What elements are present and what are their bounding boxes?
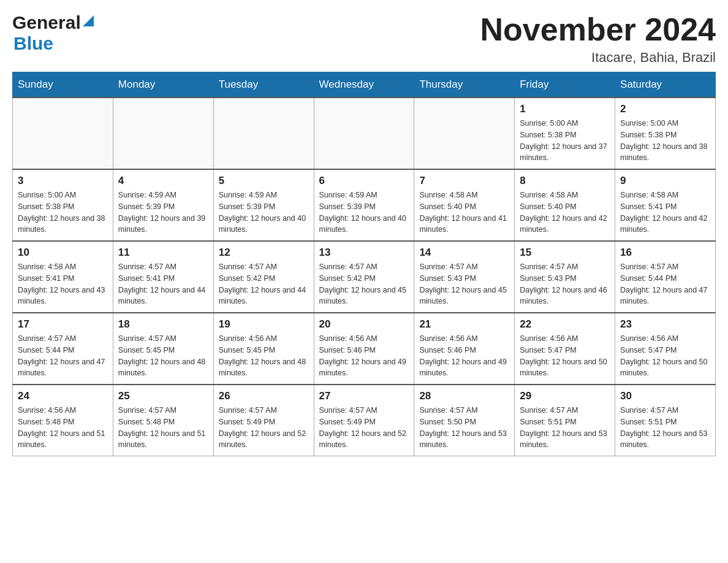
column-header-monday: Monday [113, 72, 213, 98]
calendar-cell: 8Sunrise: 4:58 AMSunset: 5:40 PMDaylight… [515, 169, 615, 241]
day-number: 28 [419, 390, 509, 402]
calendar-week-2: 3Sunrise: 5:00 AMSunset: 5:38 PMDaylight… [13, 169, 716, 241]
day-number: 18 [118, 318, 208, 331]
calendar-cell [113, 98, 213, 169]
day-number: 25 [118, 390, 208, 402]
day-number: 10 [18, 247, 108, 259]
day-number: 17 [18, 318, 108, 331]
day-number: 15 [520, 247, 610, 259]
day-number: 29 [520, 390, 610, 402]
day-number: 6 [319, 175, 409, 187]
calendar-cell: 12Sunrise: 4:57 AMSunset: 5:42 PMDayligh… [213, 241, 314, 313]
day-info: Sunrise: 4:57 AMSunset: 5:44 PMDaylight:… [620, 261, 710, 307]
day-info: Sunrise: 5:00 AMSunset: 5:38 PMDaylight:… [620, 118, 710, 164]
day-info: Sunrise: 4:57 AMSunset: 5:42 PMDaylight:… [319, 261, 409, 307]
calendar-cell: 13Sunrise: 4:57 AMSunset: 5:42 PMDayligh… [314, 241, 414, 313]
title-block: November 2024 Itacare, Bahia, Brazil [480, 12, 716, 66]
day-info: Sunrise: 4:57 AMSunset: 5:49 PMDaylight:… [219, 405, 309, 451]
calendar-week-1: 1Sunrise: 5:00 AMSunset: 5:38 PMDaylight… [13, 98, 716, 169]
calendar-table: SundayMondayTuesdayWednesdayThursdayFrid… [12, 72, 716, 456]
logo-blue-text: Blue [13, 33, 53, 53]
calendar-cell: 3Sunrise: 5:00 AMSunset: 5:38 PMDaylight… [13, 169, 113, 241]
calendar-week-5: 24Sunrise: 4:56 AMSunset: 5:48 PMDayligh… [13, 385, 716, 456]
day-number: 24 [18, 390, 108, 402]
column-header-tuesday: Tuesday [213, 72, 314, 98]
day-info: Sunrise: 4:58 AMSunset: 5:40 PMDaylight:… [419, 190, 509, 236]
day-info: Sunrise: 4:57 AMSunset: 5:42 PMDaylight:… [219, 261, 309, 307]
day-info: Sunrise: 4:58 AMSunset: 5:41 PMDaylight:… [620, 190, 710, 236]
day-number: 13 [319, 247, 409, 259]
day-info: Sunrise: 4:57 AMSunset: 5:48 PMDaylight:… [118, 405, 208, 451]
logo-triangle-icon [83, 15, 94, 26]
calendar-cell: 7Sunrise: 4:58 AMSunset: 5:40 PMDaylight… [414, 169, 515, 241]
calendar-cell: 14Sunrise: 4:57 AMSunset: 5:43 PMDayligh… [414, 241, 515, 313]
calendar-cell: 26Sunrise: 4:57 AMSunset: 5:49 PMDayligh… [213, 385, 314, 456]
calendar-cell: 27Sunrise: 4:57 AMSunset: 5:49 PMDayligh… [314, 385, 414, 456]
calendar-header-row: SundayMondayTuesdayWednesdayThursdayFrid… [13, 72, 716, 98]
day-info: Sunrise: 4:57 AMSunset: 5:43 PMDaylight:… [419, 261, 509, 307]
column-header-thursday: Thursday [414, 72, 515, 98]
location-subtitle: Itacare, Bahia, Brazil [480, 50, 716, 66]
logo: General Blue [12, 12, 94, 54]
day-info: Sunrise: 4:57 AMSunset: 5:45 PMDaylight:… [118, 333, 208, 379]
day-number: 11 [118, 247, 208, 259]
calendar-cell: 25Sunrise: 4:57 AMSunset: 5:48 PMDayligh… [113, 385, 213, 456]
calendar-cell: 15Sunrise: 4:57 AMSunset: 5:43 PMDayligh… [515, 241, 615, 313]
calendar-cell [213, 98, 314, 169]
day-number: 5 [219, 175, 309, 187]
calendar-cell [414, 98, 515, 169]
day-info: Sunrise: 4:57 AMSunset: 5:44 PMDaylight:… [18, 333, 108, 379]
day-number: 4 [118, 175, 208, 187]
page-header: General Blue November 2024 Itacare, Bahi… [12, 12, 716, 66]
calendar-cell: 21Sunrise: 4:56 AMSunset: 5:46 PMDayligh… [414, 313, 515, 385]
column-header-sunday: Sunday [13, 72, 113, 98]
day-info: Sunrise: 4:56 AMSunset: 5:46 PMDaylight:… [319, 333, 409, 379]
day-number: 23 [620, 318, 710, 331]
calendar-cell: 2Sunrise: 5:00 AMSunset: 5:38 PMDaylight… [615, 98, 716, 169]
calendar-cell: 24Sunrise: 4:56 AMSunset: 5:48 PMDayligh… [13, 385, 113, 456]
day-number: 19 [219, 318, 309, 331]
month-title: November 2024 [480, 12, 716, 47]
calendar-cell: 22Sunrise: 4:56 AMSunset: 5:47 PMDayligh… [515, 313, 615, 385]
day-info: Sunrise: 4:57 AMSunset: 5:43 PMDaylight:… [520, 261, 610, 307]
day-info: Sunrise: 4:56 AMSunset: 5:46 PMDaylight:… [419, 333, 509, 379]
day-info: Sunrise: 4:59 AMSunset: 5:39 PMDaylight:… [118, 190, 208, 236]
calendar-cell: 4Sunrise: 4:59 AMSunset: 5:39 PMDaylight… [113, 169, 213, 241]
day-number: 8 [520, 175, 610, 187]
day-info: Sunrise: 4:57 AMSunset: 5:49 PMDaylight:… [319, 405, 409, 451]
column-header-friday: Friday [515, 72, 615, 98]
day-number: 12 [219, 247, 309, 259]
day-number: 7 [419, 175, 509, 187]
day-info: Sunrise: 4:57 AMSunset: 5:51 PMDaylight:… [520, 405, 610, 451]
calendar-cell: 5Sunrise: 4:59 AMSunset: 5:39 PMDaylight… [213, 169, 314, 241]
day-info: Sunrise: 4:59 AMSunset: 5:39 PMDaylight:… [219, 190, 309, 236]
day-number: 16 [620, 247, 710, 259]
calendar-cell: 29Sunrise: 4:57 AMSunset: 5:51 PMDayligh… [515, 385, 615, 456]
column-header-wednesday: Wednesday [314, 72, 414, 98]
calendar-week-4: 17Sunrise: 4:57 AMSunset: 5:44 PMDayligh… [13, 313, 716, 385]
calendar-cell: 23Sunrise: 4:56 AMSunset: 5:47 PMDayligh… [615, 313, 716, 385]
calendar-cell: 10Sunrise: 4:58 AMSunset: 5:41 PMDayligh… [13, 241, 113, 313]
day-info: Sunrise: 4:56 AMSunset: 5:48 PMDaylight:… [18, 405, 108, 451]
calendar-cell: 20Sunrise: 4:56 AMSunset: 5:46 PMDayligh… [314, 313, 414, 385]
day-info: Sunrise: 4:58 AMSunset: 5:41 PMDaylight:… [18, 261, 108, 307]
calendar-cell: 17Sunrise: 4:57 AMSunset: 5:44 PMDayligh… [13, 313, 113, 385]
day-number: 30 [620, 390, 710, 402]
day-info: Sunrise: 4:56 AMSunset: 5:45 PMDaylight:… [219, 333, 309, 379]
day-number: 21 [419, 318, 509, 331]
day-number: 22 [520, 318, 610, 331]
day-number: 3 [18, 175, 108, 187]
calendar-cell [314, 98, 414, 169]
calendar-cell: 19Sunrise: 4:56 AMSunset: 5:45 PMDayligh… [213, 313, 314, 385]
calendar-cell: 18Sunrise: 4:57 AMSunset: 5:45 PMDayligh… [113, 313, 213, 385]
day-info: Sunrise: 4:56 AMSunset: 5:47 PMDaylight:… [520, 333, 610, 379]
day-number: 26 [219, 390, 309, 402]
calendar-cell: 28Sunrise: 4:57 AMSunset: 5:50 PMDayligh… [414, 385, 515, 456]
calendar-cell: 1Sunrise: 5:00 AMSunset: 5:38 PMDaylight… [515, 98, 615, 169]
day-info: Sunrise: 4:56 AMSunset: 5:47 PMDaylight:… [620, 333, 710, 379]
column-header-saturday: Saturday [615, 72, 716, 98]
day-number: 20 [319, 318, 409, 331]
day-info: Sunrise: 4:59 AMSunset: 5:39 PMDaylight:… [319, 190, 409, 236]
day-info: Sunrise: 4:57 AMSunset: 5:41 PMDaylight:… [118, 261, 208, 307]
logo-general-text: General [12, 12, 81, 33]
